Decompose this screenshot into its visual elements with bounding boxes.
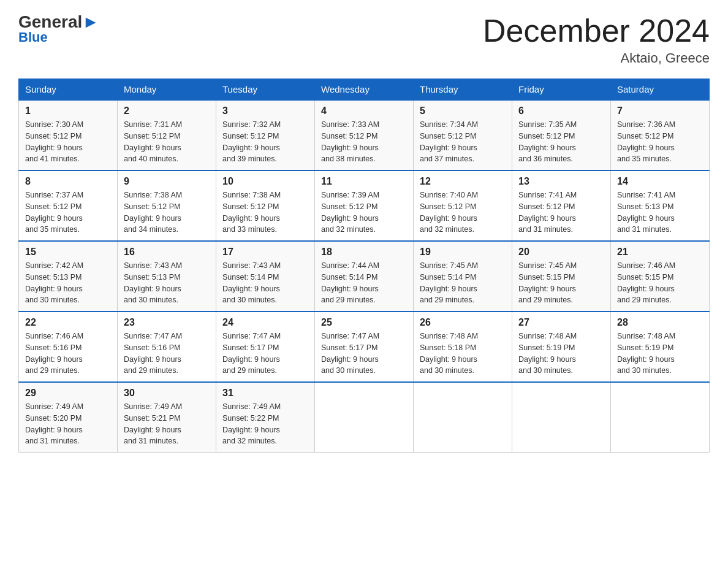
day-info: Sunrise: 7:47 AM Sunset: 5:17 PM Dayligh… <box>321 331 407 377</box>
calendar-header-row: Sunday Monday Tuesday Wednesday Thursday… <box>19 79 710 101</box>
day-info: Sunrise: 7:43 AM Sunset: 5:14 PM Dayligh… <box>222 260 308 306</box>
sunrise-label: Sunrise: 7:45 AM <box>518 261 577 270</box>
daylight-label: Daylight: 9 hours <box>617 144 675 152</box>
sunrise-label: Sunrise: 7:41 AM <box>518 191 577 199</box>
day-number: 23 <box>124 317 210 328</box>
sunset-label: Sunset: 5:12 PM <box>321 132 377 140</box>
sunrise-label: Sunrise: 7:35 AM <box>518 120 577 129</box>
day-number: 19 <box>420 247 506 258</box>
day-number: 12 <box>420 176 506 187</box>
daylight-label: Daylight: 9 hours <box>222 285 280 293</box>
daylight-label: Daylight: 9 hours <box>321 285 379 293</box>
daylight-label: Daylight: 9 hours <box>420 214 477 223</box>
sunset-label: Sunset: 5:12 PM <box>124 202 180 211</box>
col-friday: Friday <box>512 79 611 101</box>
sunrise-label: Sunrise: 7:49 AM <box>222 402 281 411</box>
day-info: Sunrise: 7:48 AM Sunset: 5:19 PM Dayligh… <box>617 331 703 377</box>
day-number: 28 <box>617 317 703 328</box>
col-wednesday: Wednesday <box>315 79 414 101</box>
sunrise-label: Sunrise: 7:48 AM <box>420 332 478 340</box>
daylight-minutes: and 30 minutes. <box>124 296 178 304</box>
day-info: Sunrise: 7:46 AM Sunset: 5:16 PM Dayligh… <box>25 331 111 377</box>
col-monday: Monday <box>118 79 216 101</box>
sunset-label: Sunset: 5:13 PM <box>25 273 82 282</box>
col-sunday: Sunday <box>19 79 118 101</box>
daylight-label: Daylight: 9 hours <box>25 144 83 152</box>
table-row: 15 Sunrise: 7:42 AM Sunset: 5:13 PM Dayl… <box>19 241 118 312</box>
daylight-minutes: and 36 minutes. <box>518 155 573 163</box>
day-number: 30 <box>124 388 210 399</box>
table-row: 7 Sunrise: 7:36 AM Sunset: 5:12 PM Dayli… <box>611 100 710 170</box>
day-info: Sunrise: 7:49 AM Sunset: 5:22 PM Dayligh… <box>222 401 308 447</box>
sunrise-label: Sunrise: 7:39 AM <box>321 191 379 199</box>
table-row: 12 Sunrise: 7:40 AM Sunset: 5:12 PM Dayl… <box>414 170 512 241</box>
logo-blue-text: Blue <box>18 29 48 45</box>
sunset-label: Sunset: 5:12 PM <box>518 132 575 140</box>
day-number: 14 <box>617 176 703 187</box>
day-number: 15 <box>25 247 111 258</box>
day-info: Sunrise: 7:38 AM Sunset: 5:12 PM Dayligh… <box>124 190 210 236</box>
table-row <box>512 382 611 453</box>
sunrise-label: Sunrise: 7:45 AM <box>420 261 478 270</box>
table-row: 22 Sunrise: 7:46 AM Sunset: 5:16 PM Dayl… <box>19 312 118 382</box>
daylight-label: Daylight: 9 hours <box>222 426 280 434</box>
day-number: 20 <box>518 247 604 258</box>
col-thursday: Thursday <box>414 79 512 101</box>
daylight-label: Daylight: 9 hours <box>420 144 477 152</box>
day-number: 31 <box>222 388 308 399</box>
sunset-label: Sunset: 5:18 PM <box>420 343 476 352</box>
sunset-label: Sunset: 5:22 PM <box>222 414 279 423</box>
daylight-minutes: and 29 minutes. <box>25 366 80 375</box>
day-info: Sunrise: 7:48 AM Sunset: 5:18 PM Dayligh… <box>420 331 506 377</box>
day-info: Sunrise: 7:41 AM Sunset: 5:12 PM Dayligh… <box>518 190 604 236</box>
sunrise-label: Sunrise: 7:46 AM <box>617 261 675 270</box>
sunrise-label: Sunrise: 7:47 AM <box>321 332 379 340</box>
day-info: Sunrise: 7:49 AM Sunset: 5:20 PM Dayligh… <box>25 401 111 447</box>
daylight-minutes: and 29 minutes. <box>124 366 178 375</box>
logo-blue-partial: ► <box>82 12 99 32</box>
day-number: 11 <box>321 176 407 187</box>
daylight-minutes: and 31 minutes. <box>617 225 672 234</box>
day-number: 9 <box>124 176 210 187</box>
daylight-minutes: and 31 minutes. <box>124 437 178 445</box>
day-number: 22 <box>25 317 111 328</box>
sunset-label: Sunset: 5:20 PM <box>25 414 82 423</box>
day-info: Sunrise: 7:47 AM Sunset: 5:16 PM Dayligh… <box>124 331 210 377</box>
daylight-minutes: and 31 minutes. <box>518 225 573 234</box>
daylight-label: Daylight: 9 hours <box>617 214 675 223</box>
day-number: 3 <box>222 105 308 117</box>
daylight-label: Daylight: 9 hours <box>124 355 181 364</box>
sunset-label: Sunset: 5:15 PM <box>518 273 575 282</box>
day-info: Sunrise: 7:31 AM Sunset: 5:12 PM Dayligh… <box>124 119 210 165</box>
daylight-minutes: and 32 minutes. <box>321 225 376 234</box>
daylight-label: Daylight: 9 hours <box>124 214 181 223</box>
sunrise-label: Sunrise: 7:41 AM <box>617 191 675 199</box>
daylight-label: Daylight: 9 hours <box>25 426 83 434</box>
sunrise-label: Sunrise: 7:48 AM <box>518 332 577 340</box>
sunrise-label: Sunrise: 7:32 AM <box>222 120 281 129</box>
day-info: Sunrise: 7:46 AM Sunset: 5:15 PM Dayligh… <box>617 260 703 306</box>
day-number: 18 <box>321 247 407 258</box>
daylight-label: Daylight: 9 hours <box>124 285 181 293</box>
day-number: 2 <box>124 105 210 117</box>
sunset-label: Sunset: 5:13 PM <box>617 202 673 211</box>
sunset-label: Sunset: 5:12 PM <box>321 202 377 211</box>
logo: General► Blue <box>18 12 99 45</box>
table-row: 4 Sunrise: 7:33 AM Sunset: 5:12 PM Dayli… <box>315 100 414 170</box>
table-row: 2 Sunrise: 7:31 AM Sunset: 5:12 PM Dayli… <box>118 100 216 170</box>
daylight-label: Daylight: 9 hours <box>518 214 576 223</box>
calendar-week-row: 15 Sunrise: 7:42 AM Sunset: 5:13 PM Dayl… <box>19 241 710 312</box>
calendar-week-row: 29 Sunrise: 7:49 AM Sunset: 5:20 PM Dayl… <box>19 382 710 453</box>
day-number: 8 <box>25 176 111 187</box>
col-tuesday: Tuesday <box>216 79 315 101</box>
location-subtitle: Aktaio, Greece <box>483 50 710 66</box>
sunrise-label: Sunrise: 7:46 AM <box>25 332 83 340</box>
sunset-label: Sunset: 5:12 PM <box>25 202 82 211</box>
daylight-label: Daylight: 9 hours <box>25 285 83 293</box>
sunrise-label: Sunrise: 7:37 AM <box>25 191 83 199</box>
sunset-label: Sunset: 5:12 PM <box>420 132 476 140</box>
daylight-minutes: and 29 minutes. <box>518 296 573 304</box>
sunrise-label: Sunrise: 7:42 AM <box>25 261 83 270</box>
day-info: Sunrise: 7:48 AM Sunset: 5:19 PM Dayligh… <box>518 331 604 377</box>
table-row: 29 Sunrise: 7:49 AM Sunset: 5:20 PM Dayl… <box>19 382 118 453</box>
